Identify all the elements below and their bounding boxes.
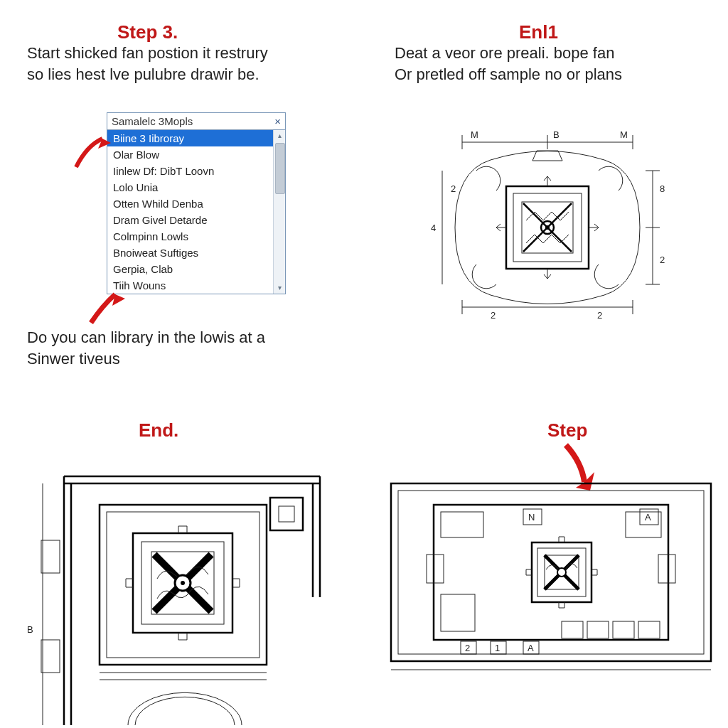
svg-rect-35: [441, 512, 483, 537]
dropdown-item[interactable]: Biine 3 Iibroray: [107, 130, 274, 146]
scroll-up-icon[interactable]: ▴: [274, 130, 285, 141]
dim-label: 1: [495, 643, 500, 653]
dim-label: A: [528, 643, 534, 653]
dropdown-item[interactable]: Bnoiweat Suftiges: [107, 245, 274, 261]
svg-rect-37: [427, 555, 444, 583]
dropdown-item[interactable]: Olar Blow: [107, 146, 274, 163]
dropdown-item[interactable]: Gerpia, Clab: [107, 261, 274, 277]
dropdown-list[interactable]: ▴ ▾ Biine 3 IibrorayOlar BlowIinlew Df: …: [107, 130, 285, 294]
svg-rect-43: [638, 621, 660, 638]
enl1-body: Deat a veor ore preali. bope fan Or pret…: [395, 43, 707, 85]
dim-label: 4: [431, 223, 436, 233]
dropdown-title: Samalelc 3Mopls: [112, 115, 193, 127]
step-floorplan: N A 2 1 A: [384, 469, 718, 682]
scroll-thumb[interactable]: [275, 143, 285, 194]
step3-body: Start shicked fan postion it restrury so…: [27, 43, 333, 85]
red-arrow-icon: [73, 132, 112, 171]
red-arrow-icon: [87, 284, 129, 327]
svg-rect-36: [441, 594, 475, 631]
dim-label: A: [645, 512, 651, 523]
dropdown-item[interactable]: Iinlew Df: DibT Loovn: [107, 163, 274, 179]
dim-label: 2: [597, 310, 602, 321]
dropdown-item[interactable]: Otten Whild Denba: [107, 196, 274, 212]
svg-rect-34: [434, 505, 668, 640]
svg-rect-20: [41, 540, 60, 573]
svg-point-30: [181, 581, 185, 585]
svg-rect-31: [391, 483, 711, 661]
dim-label: B: [27, 624, 33, 635]
dim-label: 2: [491, 310, 496, 321]
svg-rect-18: [270, 498, 303, 530]
dim-label: 8: [660, 183, 665, 194]
dim-label: B: [553, 129, 560, 140]
fan-dimension-drawing: M B M 8 2 4 2 2 2: [412, 121, 682, 334]
dropdown-item[interactable]: Dram Givel Detarde: [107, 212, 274, 228]
enl1-heading: Enl1: [519, 21, 558, 43]
end-heading: End.: [139, 419, 178, 441]
dim-label: 2: [451, 183, 456, 194]
svg-rect-42: [613, 621, 634, 638]
dim-label: N: [528, 512, 535, 523]
close-icon[interactable]: ×: [274, 115, 281, 127]
svg-point-52: [557, 568, 566, 577]
scroll-down-icon[interactable]: ▾: [274, 282, 285, 294]
svg-point-16: [545, 225, 550, 230]
step-heading: Step: [547, 419, 587, 441]
dropdown-item[interactable]: Colmpinn Lowls: [107, 228, 274, 245]
dim-label: 2: [465, 643, 470, 653]
svg-rect-19: [279, 506, 294, 522]
dim-label: 2: [660, 255, 665, 265]
step3-caption: Do you can library in the lowis at a Sin…: [27, 327, 340, 369]
dropdown-scrollbar[interactable]: ▴ ▾: [273, 130, 285, 294]
dropdown-item[interactable]: Lolo Unia: [107, 179, 274, 196]
dropdown-item[interactable]: Tiih Wouns: [107, 277, 274, 294]
end-floorplan: B: [21, 455, 327, 725]
svg-rect-40: [562, 621, 583, 638]
svg-rect-21: [41, 640, 60, 673]
dim-label: M: [620, 129, 628, 140]
svg-rect-41: [587, 621, 609, 638]
dim-label: M: [471, 129, 478, 140]
step3-heading: Step 3.: [117, 21, 178, 43]
sample-models-dropdown[interactable]: Samalelc 3Mopls × ▴ ▾ Biine 3 IibrorayOl…: [107, 112, 286, 294]
dropdown-title-bar: Samalelc 3Mopls ×: [107, 113, 285, 130]
svg-rect-39: [658, 555, 675, 583]
